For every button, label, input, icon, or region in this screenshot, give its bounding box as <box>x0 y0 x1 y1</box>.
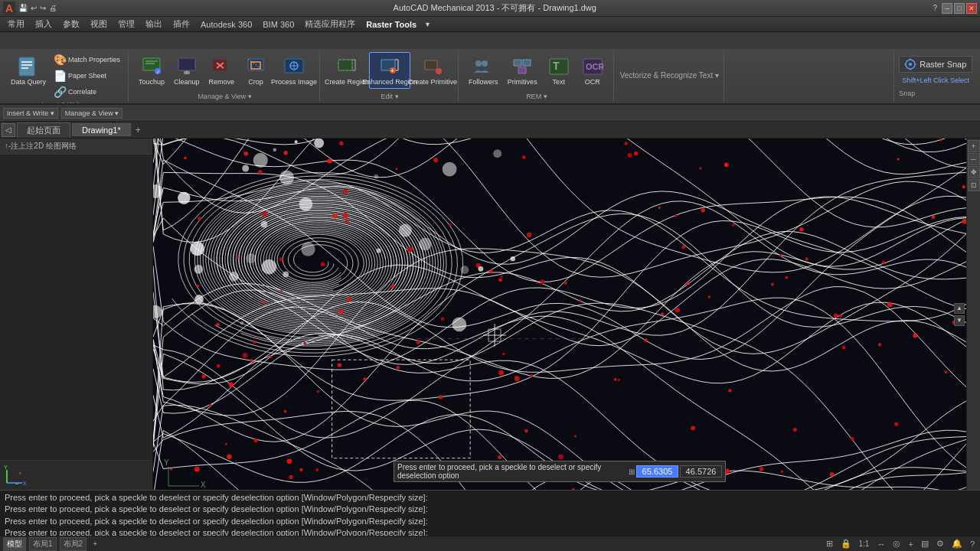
layout2-tab-btn[interactable]: 布局2 <box>60 537 87 551</box>
remove-button[interactable]: Remove <box>205 52 239 89</box>
canvas-area[interactable]: Press enter to proceed, pick a speckle t… <box>153 139 966 490</box>
paper-sheet-label: Paper Sheet <box>68 72 106 80</box>
insert-write-dropdown[interactable]: Insert & Write ▾ <box>3 108 58 119</box>
status-notifications-btn[interactable]: 🔔 <box>949 539 965 549</box>
new-layout-btn[interactable]: + <box>90 539 100 549</box>
data-query-button[interactable]: Data Query <box>8 52 49 89</box>
raster-snap-button[interactable]: Raster Snap <box>899 56 972 73</box>
cleanup-label: Cleanup <box>174 79 200 86</box>
create-primitive-icon <box>420 54 445 79</box>
followers-label: Followers <box>469 79 498 86</box>
ocr-button[interactable]: OCR OCR <box>577 52 609 89</box>
enhanced-region-icon: + <box>377 54 402 79</box>
crop-button[interactable]: Crop <box>240 52 272 89</box>
text-icon: T <box>547 54 571 79</box>
help-icon[interactable]: ? <box>933 4 937 12</box>
process-image-button[interactable]: Process Image <box>273 52 315 89</box>
layout1-tab-btn[interactable]: 布局1 <box>29 537 57 551</box>
create-region-button[interactable]: Create Region <box>326 52 368 89</box>
enhanced-region-button[interactable]: + Enhanced Region <box>369 52 410 89</box>
svg-rect-43 <box>518 67 526 73</box>
ribbon-group-rem: Followers Primitives <box>460 51 614 102</box>
model-tab-btn[interactable]: 模型 <box>3 537 26 551</box>
app-icon: A <box>3 2 15 15</box>
tab-nav-button[interactable]: ◁ <box>2 123 15 137</box>
status-add-btn[interactable]: + <box>906 540 915 549</box>
raster-snap-label: Raster Snap <box>920 60 966 69</box>
rastertools-expand[interactable]: ▼ <box>424 21 431 28</box>
tab-bar: ◁ 起始页面 Drawing1* + <box>0 122 980 139</box>
ribbon-group-insert-write: Data Query 🎨 Match Properties 📄 Paper Sh… <box>3 51 129 102</box>
raster-snap-panel: Raster Snap Shift+Left Click Select Snap <box>893 51 977 102</box>
status-target-btn[interactable]: ◎ <box>890 539 903 549</box>
paper-sheet-icon: 📄 <box>54 70 67 82</box>
status-layers-btn[interactable]: ▤ <box>919 539 931 549</box>
tab-start[interactable]: 起始页面 <box>17 122 70 138</box>
pan-button[interactable]: ✥ <box>968 166 980 178</box>
titlebar: A 💾 ↩ ↪ 🖨 AutoCAD Mechanical 2013 - 不可拥有… <box>0 0 980 17</box>
primitives-icon <box>510 54 534 79</box>
status-grid-btn[interactable]: ⊞ <box>824 539 835 549</box>
paper-sheet-button[interactable]: 📄 Paper Sheet <box>51 68 123 83</box>
remove-label: Remove <box>209 79 235 86</box>
svg-rect-26 <box>338 60 352 70</box>
status-snap-btn[interactable]: 🔒 <box>838 539 854 549</box>
status-nav-btn[interactable]: ↔ <box>874 540 887 549</box>
menu-featured[interactable]: 精选应用程序 <box>300 17 360 31</box>
new-tab-btn[interactable]: + <box>131 123 145 137</box>
manage-view-dropdown[interactable]: Manage & View ▾ <box>61 108 122 119</box>
coord-x-value[interactable]: 65.6305 <box>636 465 678 478</box>
text-button[interactable]: T Text <box>543 52 575 89</box>
menu-rastertools[interactable]: Raster Tools <box>361 18 421 31</box>
tab-drawing1[interactable]: Drawing1* <box>72 123 131 136</box>
status-help-btn[interactable]: ? <box>968 540 977 549</box>
nav-down-arrow[interactable]: ▼ <box>954 315 965 326</box>
close-button[interactable]: ✕ <box>966 3 977 14</box>
menu-autodesk360[interactable]: Autodesk 360 <box>196 18 256 31</box>
touchup-button[interactable]: ✓ Touchup <box>135 52 168 89</box>
restore-button[interactable]: □ <box>954 3 965 14</box>
cad-drawing-canvas[interactable] <box>153 139 966 490</box>
menu-param[interactable]: 参数 <box>58 17 84 31</box>
svg-text:✓: ✓ <box>156 70 160 74</box>
data-query-icon <box>16 54 41 79</box>
minimize-button[interactable]: ─ <box>942 3 952 14</box>
coord-y-value: 46.5726 <box>680 465 722 478</box>
layer-panel-title: ↑-注上注2D 绘图网络 <box>0 139 152 155</box>
zoom-in-button[interactable]: + <box>968 140 980 152</box>
nav-up-arrow[interactable]: ▲ <box>954 303 965 314</box>
status-scale-btn[interactable]: 1:1 <box>857 540 872 548</box>
status-bar: 模型 布局1 布局2 + ⊞ 🔒 1:1 ↔ ◎ + ▤ ⚙ 🔔 ? <box>0 536 980 551</box>
quick-save-icon[interactable]: 💾 <box>18 4 28 12</box>
layer-content <box>0 155 152 460</box>
zoom-extent-button[interactable]: ⊡ <box>968 179 980 191</box>
data-query-label: Data Query <box>11 79 46 86</box>
followers-icon <box>471 54 495 79</box>
svg-point-38 <box>436 68 442 74</box>
ucs-indicator: X Y ─ + <box>3 464 34 487</box>
menu-changyan[interactable]: 常用 <box>3 17 29 31</box>
svg-text:+: + <box>391 68 394 73</box>
followers-button[interactable]: Followers <box>465 52 502 89</box>
primitives-button[interactable]: Primitives <box>504 52 541 89</box>
menu-bim360[interactable]: BIM 360 <box>258 18 299 31</box>
zoom-out-button[interactable]: ─ <box>968 153 980 165</box>
menu-plugin[interactable]: 插件 <box>168 17 194 31</box>
menu-output[interactable]: 输出 <box>141 17 167 31</box>
status-settings-btn[interactable]: ⚙ <box>934 539 946 549</box>
menu-insert[interactable]: 插入 <box>31 17 57 31</box>
correlate-button[interactable]: 🔗 Correlate <box>51 84 123 99</box>
svg-point-40 <box>482 60 488 67</box>
expand-icon[interactable]: ⊞ <box>629 468 635 476</box>
create-primitive-button[interactable]: Create Primitive <box>412 52 453 89</box>
quick-print-icon[interactable]: 🖨 <box>49 4 57 12</box>
quick-redo-icon[interactable]: ↪ <box>40 4 46 12</box>
ocr-label: OCR <box>585 79 600 86</box>
quick-undo-icon[interactable]: ↩ <box>31 4 37 12</box>
match-properties-button[interactable]: 🎨 Match Properties <box>51 52 123 67</box>
menu-manage[interactable]: 管理 <box>113 17 139 31</box>
cleanup-button[interactable]: Cleanup <box>170 52 204 89</box>
menu-view[interactable]: 视图 <box>86 17 112 31</box>
ribbon-group-insert-items: Data Query 🎨 Match Properties 📄 Paper Sh… <box>8 52 123 99</box>
ribbon-group-rem-items: Followers Primitives <box>465 52 609 91</box>
